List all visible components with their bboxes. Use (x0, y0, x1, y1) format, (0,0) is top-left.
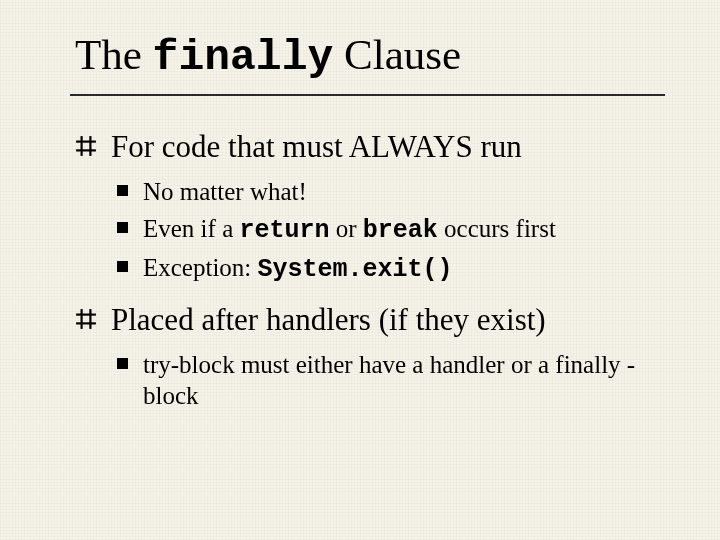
square-bullet-icon (117, 261, 128, 272)
square-bullet-icon (117, 358, 128, 369)
title-pre: The (75, 31, 153, 78)
body-text: try-block must either have a handler or … (143, 351, 635, 409)
body-text: or (330, 215, 363, 242)
body-text: occurs first (438, 215, 556, 242)
crosshatch-bullet-icon (75, 308, 97, 330)
title-underline (70, 94, 665, 96)
bullet-level2: Even if a return or break occurs first (75, 213, 680, 246)
title-mono: finally (153, 33, 334, 82)
code-text: break (363, 216, 438, 245)
bullet-level1: Placed after handlers (if they exist) (75, 301, 680, 338)
body-text: No matter what! (143, 178, 307, 205)
body-text: Placed after handlers (if they exist) (111, 302, 546, 337)
bullet-level2: No matter what! (75, 176, 680, 207)
title-post: Clause (333, 31, 461, 78)
bullet-level2: try-block must either have a handler or … (75, 349, 680, 412)
body-text: For code that must ALWAYS run (111, 129, 522, 164)
slide-title: The finally Clause (75, 30, 680, 82)
bullet-level2: Exception: System.exit() (75, 252, 680, 285)
crosshatch-bullet-icon (75, 135, 97, 157)
code-text: System.exit() (258, 255, 453, 284)
body-text: Exception: (143, 254, 258, 281)
slide-content: For code that must ALWAYS runNo matter w… (75, 128, 680, 411)
body-text: Even if a (143, 215, 239, 242)
code-text: return (239, 216, 329, 245)
bullet-level1: For code that must ALWAYS run (75, 128, 680, 165)
square-bullet-icon (117, 222, 128, 233)
slide: The finally Clause For code that must AL… (0, 0, 720, 540)
square-bullet-icon (117, 185, 128, 196)
